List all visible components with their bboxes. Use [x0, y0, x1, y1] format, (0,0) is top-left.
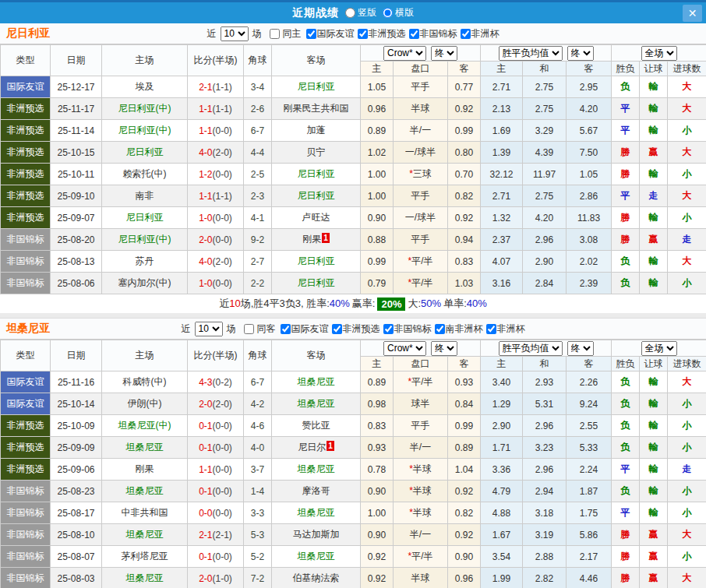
- date-cell: 25-09-10: [51, 185, 102, 207]
- score-cell: 0-1(0-0): [188, 481, 244, 502]
- odds-home-cell: 1.00: [361, 164, 394, 185]
- goals-total-cell: 大: [668, 568, 706, 588]
- odds-away-cell: 0.92: [448, 98, 481, 120]
- competition-type-badge: 非国锦标: [1, 481, 51, 502]
- avg-stage-select[interactable]: 终: [567, 341, 594, 356]
- same-home-checkbox[interactable]: [270, 29, 280, 39]
- avg-draw-cell: 2.93: [523, 371, 567, 393]
- corner-cell: 6-7: [244, 120, 272, 142]
- competition-type-badge: 非国锦标: [1, 273, 51, 294]
- score-cell: 1-1(0-0): [188, 459, 244, 481]
- handicap-cell: 半球: [394, 568, 448, 588]
- layout-option-vertical[interactable]: 竖版: [345, 6, 376, 19]
- odds-away-cell: 0.96: [448, 568, 481, 588]
- avg-draw-cell: 11.97: [523, 164, 567, 185]
- away-team: 尼日利亚: [272, 164, 361, 185]
- avg-group-header: 胜平负均值终: [481, 340, 612, 357]
- same-away-checkbox[interactable]: [244, 324, 254, 334]
- away-team: 坦桑尼亚: [272, 546, 361, 568]
- match-count-select[interactable]: 10: [195, 322, 223, 336]
- avg-away-cell: 2.24: [567, 459, 612, 481]
- table-row: 非国锦标25-08-03坦桑尼亚2-0(1-0)7-2伯基纳法索0.92半球0.…: [1, 568, 706, 588]
- table-row: 非洲预选25-09-10南非1-1(1-1)2-3尼日利亚1.00平手0.822…: [1, 185, 706, 207]
- avg-draw-cell: 3.29: [523, 120, 567, 142]
- competition-checkbox[interactable]: [383, 324, 394, 334]
- competition-filter[interactable]: 非洲杯: [457, 27, 499, 40]
- odds-stage-select[interactable]: 终: [431, 341, 457, 356]
- competition-filter[interactable]: 非洲杯: [483, 322, 525, 336]
- competition-filter[interactable]: 非洲预选: [355, 27, 406, 40]
- home-team: 尼日利亚(中): [102, 229, 188, 251]
- corner-cell: 4-0: [244, 437, 272, 459]
- horizontal-radio[interactable]: [383, 8, 393, 18]
- handicap-cell: 半/一: [394, 437, 448, 459]
- competition-checkbox[interactable]: [435, 324, 445, 334]
- sub-avg-away: 客: [567, 62, 612, 76]
- avg-away-cell: 5.33: [567, 437, 612, 459]
- same-home-filter[interactable]: 同主: [263, 27, 302, 40]
- sub-goals: 进球数: [668, 357, 706, 371]
- score-cell: 2-1(2-1): [188, 524, 244, 546]
- competition-checkbox[interactable]: [486, 324, 496, 334]
- home-team: 尼日利亚(中): [102, 98, 188, 120]
- competition-type-badge: 非洲预选: [1, 185, 51, 207]
- odds-away-cell: 0.90: [448, 546, 481, 568]
- competition-checkbox[interactable]: [409, 29, 419, 39]
- avg-away-cell: 5.67: [567, 120, 612, 142]
- competition-filter[interactable]: 非国锦标: [380, 322, 432, 336]
- fullmatch-select[interactable]: 全场: [641, 341, 677, 356]
- competition-type-badge: 非国锦标: [1, 229, 51, 251]
- competition-filter[interactable]: 非洲预选: [329, 322, 380, 336]
- handicap-cell: *半球: [394, 481, 448, 502]
- handicap-cell: *平/半: [394, 251, 448, 273]
- away-team: 赞比亚: [272, 415, 361, 437]
- odds-home-cell: 0.98: [361, 393, 394, 415]
- sub-odds-home: 主: [361, 357, 394, 371]
- avg-away-cell: 2.86: [567, 185, 612, 207]
- handicap-result-cell: 輸: [640, 273, 668, 294]
- odds-home-cell: 1.00: [361, 185, 394, 207]
- avg-home-cell: 4.79: [481, 481, 523, 502]
- avg-type-select[interactable]: 胜平负均值: [499, 341, 563, 356]
- same-away-filter[interactable]: 同客: [238, 322, 276, 336]
- score-cell: 1-1(0-0): [188, 120, 244, 142]
- bookmaker-select[interactable]: Crow*: [383, 341, 426, 356]
- competition-checkbox[interactable]: [461, 29, 471, 39]
- bookmaker-select[interactable]: Crow*: [383, 46, 426, 61]
- corner-cell: 2-2: [244, 273, 272, 294]
- competition-filter[interactable]: 非国锦标: [406, 27, 457, 40]
- competition-checkbox[interactable]: [358, 29, 368, 39]
- fullmatch-select[interactable]: 全场: [641, 46, 677, 61]
- score-cell: 2-1(1-1): [188, 76, 244, 98]
- home-team: 刚果: [102, 459, 188, 481]
- close-icon[interactable]: ✕: [683, 5, 702, 22]
- vertical-radio[interactable]: [345, 8, 355, 18]
- competition-type-badge: 非洲预选: [1, 459, 51, 481]
- competition-filter[interactable]: 南非洲杯: [432, 322, 483, 336]
- corner-cell: 4-1: [244, 207, 272, 229]
- avg-type-select[interactable]: 胜平负均值: [499, 46, 563, 61]
- section-divider: [0, 313, 706, 319]
- tanzania-filter-row: 坦桑尼亚 近 10 场 同客 国际友谊非洲预选非国锦标南非洲杯非洲杯: [0, 319, 706, 340]
- competition-checkbox[interactable]: [281, 324, 291, 334]
- date-cell: 25-09-07: [51, 207, 102, 229]
- competition-checkbox[interactable]: [306, 29, 316, 39]
- col-home: 主场: [102, 340, 188, 371]
- result-cell: 负: [612, 437, 640, 459]
- avg-draw-cell: 2.84: [523, 273, 567, 294]
- competition-checkbox[interactable]: [332, 324, 342, 334]
- sub-result: 胜负: [612, 357, 640, 371]
- odds-away-cell: 0.89: [448, 437, 481, 459]
- competition-filter[interactable]: 国际友谊: [277, 322, 329, 336]
- layout-option-horizontal[interactable]: 横版: [383, 6, 414, 19]
- result-cell: 负: [612, 251, 640, 273]
- date-cell: 25-09-06: [51, 459, 102, 481]
- match-count-select[interactable]: 10: [221, 26, 249, 41]
- odds-stage-select[interactable]: 终: [431, 46, 457, 61]
- competition-filter[interactable]: 国际友谊: [303, 27, 355, 40]
- avg-stage-select[interactable]: 终: [567, 46, 594, 61]
- result-cell: 勝: [612, 164, 640, 185]
- handicap-cell: 平手: [394, 76, 448, 98]
- avg-home-cell: 1.99: [481, 568, 523, 588]
- result-cell: 平: [612, 185, 640, 207]
